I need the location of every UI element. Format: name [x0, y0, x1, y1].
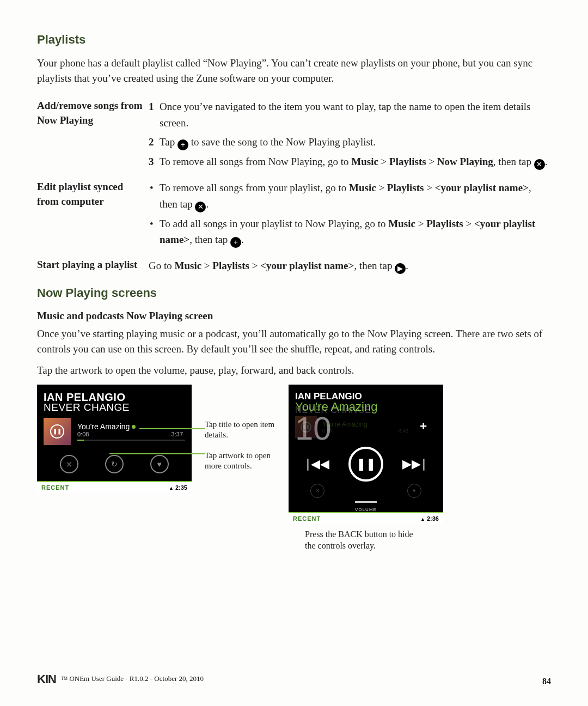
shuffle-dim-icon: ⤨	[310, 484, 324, 498]
row1-label: Add/remove songs from Now Playing	[37, 99, 149, 173]
progress-bar[interactable]	[77, 440, 185, 441]
phone-overlay-controls: IAN PELANGIO You're Amazing NEVER CHANGE…	[289, 385, 443, 524]
bullet-1: •	[149, 180, 160, 212]
callout-title: Tap title to open item details.	[205, 419, 275, 441]
song-title[interactable]: You're Amazing	[77, 422, 185, 431]
add-icon: +	[230, 237, 241, 248]
playlists-intro: Your phone has a default playlist called…	[37, 56, 551, 86]
close-icon: ✕	[195, 202, 206, 212]
row2-bullet1: To remove all songs from your playlist, …	[160, 180, 551, 212]
playlists-table: Add/remove songs from Now Playing 1 Once…	[37, 99, 551, 274]
pause-overlay-icon[interactable]: ❚❚	[50, 424, 64, 439]
clock-2: 2:36	[420, 515, 439, 522]
row1-step3: To remove all songs from Now Playing, go…	[160, 154, 547, 170]
nps-para2: Tap the artwork to open the volume, paus…	[37, 363, 551, 378]
row1-step1: Once you’ve navigated to the item you wa…	[160, 99, 551, 131]
shuffle-icon[interactable]: ⤨	[60, 455, 78, 473]
volume-bar[interactable]	[355, 501, 377, 503]
album-label: NEVER CHANGE	[44, 401, 185, 413]
page-number: 84	[542, 677, 551, 686]
add-icon: +	[177, 139, 188, 150]
screenshots-row: IAN PELANGIO NEVER CHANGE ❚❚ You're Amaz…	[37, 385, 551, 552]
recent-label-2[interactable]: RECENT	[293, 515, 321, 522]
callouts: Tap title to open item details. Tap artw…	[205, 385, 275, 482]
nps-heading: Now Playing screens	[37, 286, 551, 300]
bullet-2: •	[149, 216, 160, 248]
row3-text: Go to Music > Playlists > <your playlist…	[149, 258, 551, 274]
callout-artwork: Tap artwork to open more controls.	[205, 451, 275, 472]
row1-step2: Tap + to save the song to the Now Playin…	[160, 134, 376, 150]
overlay-caption: Press the BACK button to hide the contro…	[289, 528, 443, 552]
row3-label: Start playing a playlist	[37, 258, 149, 274]
close-icon: ✕	[534, 159, 545, 170]
volume-label: VOLUME	[295, 507, 437, 512]
phone-default-controls: IAN PELANGIO NEVER CHANGE ❚❚ You're Amaz…	[37, 385, 192, 493]
step-num-1: 1	[149, 99, 160, 131]
play-icon: ▶	[395, 263, 406, 274]
volume-plus-icon[interactable]: +	[420, 419, 427, 434]
row2-label: Edit playlist synced from computer	[37, 180, 149, 251]
row2-bullet2: To add all songs in your playlist to Now…	[160, 216, 551, 248]
heart-dim-icon: ♥	[407, 484, 421, 498]
clock-1: 2:35	[169, 484, 187, 491]
step-num-3: 3	[149, 154, 160, 170]
album-art[interactable]: ❚❚	[44, 418, 71, 445]
heart-icon[interactable]: ♥	[150, 455, 169, 473]
step-num-2: 2	[149, 134, 160, 150]
nps-para1: Once you’ve starting playing music or a …	[37, 326, 551, 356]
pause-icon[interactable]: ❚❚	[348, 447, 383, 482]
page-footer: KIN TM ONEm User Guide - R1.0.2 - Octobe…	[37, 672, 551, 686]
repeat-icon[interactable]: ↻	[105, 455, 124, 473]
elapsed-time: 0:08	[77, 431, 89, 437]
nps-subheading: Music and podcasts Now Playing screen	[37, 310, 551, 322]
footer-text: ONEm User Guide - R1.0.2 - October 20, 2…	[69, 674, 204, 683]
next-icon[interactable]: ▶▶∣	[402, 457, 427, 471]
playlists-heading: Playlists	[37, 33, 551, 47]
recent-label[interactable]: RECENT	[41, 484, 69, 491]
kin-logo: KIN	[37, 672, 56, 686]
remaining-time: -3:37	[169, 431, 183, 437]
previous-icon[interactable]: ∣◀◀	[305, 457, 329, 471]
